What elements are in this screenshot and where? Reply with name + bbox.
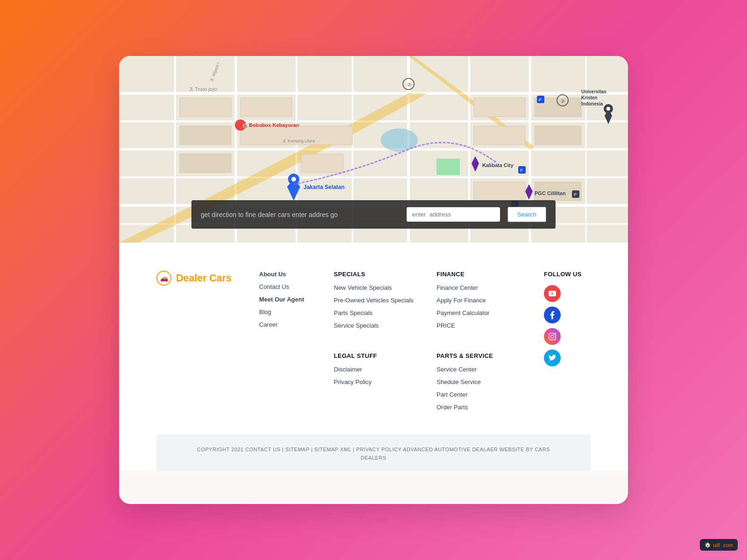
svg-text:②: ②	[407, 82, 411, 87]
svg-text:P: P	[574, 192, 577, 197]
instagram-icon[interactable]	[544, 328, 561, 345]
main-card: Jl. Truno joyo Jl. Wijaya I Jl. Kemang U…	[119, 56, 628, 504]
copyright-bar: COPYRIGHT 2021 CONTACT US | SITEMAP | SI…	[156, 435, 591, 471]
brand-icon: 🚗	[156, 271, 171, 286]
map-background: Jl. Truno joyo Jl. Wijaya I Jl. Kemang U…	[119, 56, 628, 243]
svg-text:PGC Cililitan: PGC Cililitan	[535, 190, 566, 196]
watermark: 🏠 ui8.com	[700, 539, 738, 551]
footer-grid: 🚗 Dealer Cars About Us Contact Us Meet O…	[156, 271, 591, 435]
svg-text:🏨: 🏨	[242, 123, 248, 128]
svg-rect-28	[474, 182, 525, 201]
svg-rect-27	[535, 126, 581, 145]
footer-section: 🚗 Dealer Cars About Us Contact Us Meet O…	[119, 243, 628, 471]
svg-rect-18	[180, 98, 231, 117]
footer-col-finance: FINANCE Finance Center Apply For Finance…	[437, 271, 544, 416]
svg-rect-24	[474, 98, 525, 117]
footer-title-specials: SPECIALS	[334, 271, 437, 278]
footer-link-disclaimer[interactable]: Disclaimer	[334, 366, 437, 373]
svg-text:Jl. Truno joyo: Jl. Truno joyo	[189, 87, 217, 92]
footer-link-part-center[interactable]: Part Center	[437, 391, 544, 398]
svg-text:Bobobox Kebayoran: Bobobox Kebayoran	[249, 122, 299, 128]
svg-text:Universitas: Universitas	[581, 89, 606, 94]
twitter-icon[interactable]	[544, 350, 561, 366]
map-search-label: get direction to fine dealer cars enter …	[201, 211, 399, 218]
facebook-icon[interactable]	[544, 307, 561, 323]
footer-link-order-parts[interactable]: Order Parts	[437, 404, 544, 411]
svg-text:P: P	[520, 168, 523, 173]
svg-text:②: ②	[561, 98, 565, 104]
svg-rect-19	[240, 98, 292, 117]
footer-link-parts-specials[interactable]: Parts Specials	[334, 309, 437, 316]
svg-text:Kalibata City: Kalibata City	[482, 162, 514, 168]
brand-name: Dealer Cars	[176, 272, 232, 284]
footer-link-privacy[interactable]: Privacy Policy	[334, 378, 437, 385]
copyright-text: COPYRIGHT 2021 CONTACT US | SITEMAP | SI…	[197, 447, 550, 461]
watermark-site: ui8	[713, 542, 720, 548]
watermark-suffix: .com	[722, 542, 733, 548]
svg-text:Indonesia: Indonesia	[581, 101, 603, 106]
footer-link-schedule-service[interactable]: Shedule Service	[437, 378, 544, 385]
footer-link-career[interactable]: Career	[259, 321, 334, 328]
footer-title-parts: PARTS & SERVICE	[437, 352, 544, 359]
brand-column: 🚗 Dealer Cars	[156, 271, 259, 416]
svg-text:Kristen: Kristen	[581, 95, 597, 100]
map-search-button[interactable]: Search	[507, 207, 546, 222]
svg-rect-26	[474, 126, 525, 145]
youtube-icon[interactable]	[544, 285, 561, 302]
footer-link-new-vehicle[interactable]: New Vehicle Specials	[334, 284, 437, 291]
map-section: Jl. Truno joyo Jl. Wijaya I Jl. Kemang U…	[119, 56, 628, 243]
svg-rect-20	[180, 126, 231, 145]
footer-link-apply-finance[interactable]: Apply For Finance	[437, 297, 544, 304]
footer-link-preowned[interactable]: Pre-Owned Vehicles Specials	[334, 297, 437, 304]
svg-text:Jl. Kemang Utara: Jl. Kemang Utara	[282, 139, 315, 143]
footer-title-follow: FOLLOW US	[544, 271, 628, 278]
footer-link-service-specials[interactable]: Service Specials	[334, 322, 437, 329]
svg-text:P: P	[539, 98, 542, 102]
svg-rect-17	[437, 159, 460, 175]
footer-link-price[interactable]: PRICE	[437, 322, 544, 329]
brand-logo: 🚗 Dealer Cars	[156, 271, 250, 286]
footer-link-about-us[interactable]: About Us	[259, 271, 334, 278]
footer-title-finance: FINANCE	[437, 271, 544, 278]
footer-link-service-center[interactable]: Service Center	[437, 366, 544, 373]
svg-point-35	[291, 177, 296, 182]
footer-col-social: FOLLOW US	[544, 271, 628, 416]
social-icons	[544, 285, 628, 366]
footer-col-about: About Us Contact Us Meet Our Agent Blog …	[259, 271, 334, 416]
map-search-bar: get direction to fine dealer cars enter …	[191, 200, 556, 229]
footer-link-payment-calc[interactable]: Payment Calculator	[437, 309, 544, 316]
footer-link-finance-center[interactable]: Finance Center	[437, 284, 544, 291]
footer-col-specials: SPECIALS New Vehicle Specials Pre-Owned …	[334, 271, 437, 416]
svg-rect-23	[301, 154, 343, 173]
footer-link-meet-agent[interactable]: Meet Our Agent	[259, 296, 334, 303]
map-address-input[interactable]	[407, 207, 500, 222]
svg-text:Jakarta Selatan: Jakarta Selatan	[303, 184, 345, 190]
footer-link-contact-us[interactable]: Contact Us	[259, 283, 334, 290]
svg-point-61	[606, 107, 610, 111]
footer-link-blog[interactable]: Blog	[259, 308, 334, 315]
footer-title-legal: LEGAL STUFF	[334, 352, 437, 359]
svg-rect-22	[180, 154, 231, 173]
